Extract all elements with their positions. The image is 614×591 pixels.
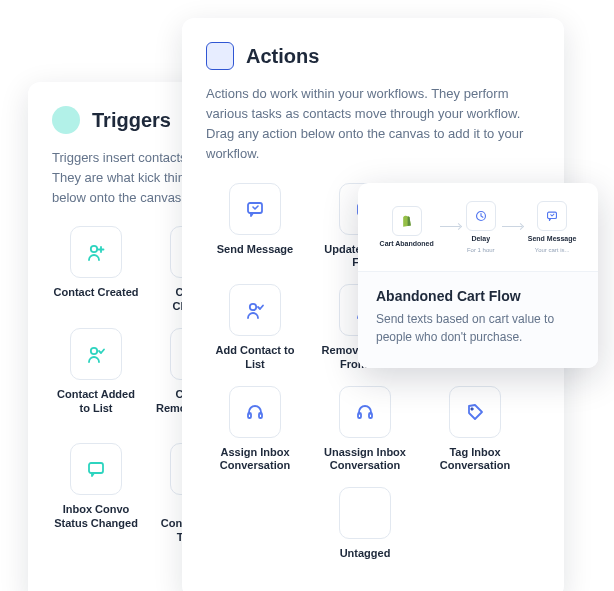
user-plus-icon <box>70 226 122 278</box>
user-check-icon <box>229 284 281 336</box>
flow-body: Abandoned Cart Flow Send texts based on … <box>358 272 598 368</box>
flow-title: Abandoned Cart Flow <box>376 288 580 304</box>
actions-item[interactable]: Send Message <box>206 183 304 271</box>
actions-item-label: Assign Inbox Conversation <box>209 446 301 474</box>
flow-node-label: Cart Abandoned <box>380 240 434 248</box>
actions-item-label: Add Contact to List <box>209 344 301 372</box>
actions-swatch-icon <box>206 42 234 70</box>
flow-node: Send MessageYour cart is... <box>528 201 577 253</box>
flow-arrow-icon <box>440 226 460 227</box>
flow-diagram: Cart AbandonedDelayFor 1 hourSend Messag… <box>358 183 598 272</box>
flow-node: Cart Abandoned <box>380 206 434 248</box>
actions-item-label: Untagged <box>340 547 391 561</box>
triggers-item-label: Inbox Convo Status Changed <box>52 503 140 531</box>
actions-item-label: Unassign Inbox Conversation <box>319 446 411 474</box>
flow-node-sublabel: Your cart is... <box>535 247 570 253</box>
blank-icon <box>339 487 391 539</box>
headset-icon <box>229 386 281 438</box>
actions-item-label: Send Message <box>217 243 293 257</box>
triggers-item-label: Contact Created <box>54 286 139 300</box>
triggers-item[interactable]: Inbox Convo Status Changed <box>52 443 140 544</box>
actions-header: Actions <box>206 42 540 70</box>
message-icon <box>70 443 122 495</box>
flow-node-label: Send Message <box>528 235 577 243</box>
flow-node-label: Delay <box>471 235 490 243</box>
triggers-item-label: Contact Added to List <box>52 388 140 416</box>
clock-icon <box>466 201 496 231</box>
actions-item[interactable]: Add Contact to List <box>206 284 304 372</box>
flow-node-sublabel: For 1 hour <box>467 247 495 253</box>
triggers-title: Triggers <box>92 109 171 132</box>
actions-item[interactable]: Assign Inbox Conversation <box>206 386 304 474</box>
flow-card[interactable]: Cart AbandonedDelayFor 1 hourSend Messag… <box>358 183 598 368</box>
send-message-icon <box>229 183 281 235</box>
user-check-icon <box>70 328 122 380</box>
actions-item[interactable]: Tag Inbox Conversation <box>426 386 524 474</box>
triggers-swatch-icon <box>52 106 80 134</box>
actions-item-label: Tag Inbox Conversation <box>429 446 521 474</box>
actions-title: Actions <box>246 45 319 68</box>
shopify-icon <box>392 206 422 236</box>
headset-icon <box>339 386 391 438</box>
actions-item[interactable]: Untagged <box>316 487 414 561</box>
actions-description: Actions do work within your workflows. T… <box>206 84 540 165</box>
triggers-item[interactable]: Contact Added to List <box>52 328 140 429</box>
send-message-icon <box>537 201 567 231</box>
flow-description: Send texts based on cart value to people… <box>376 310 580 346</box>
flow-arrow-icon <box>502 226 522 227</box>
flow-node: DelayFor 1 hour <box>466 201 496 253</box>
tag-icon <box>449 386 501 438</box>
triggers-item[interactable]: Contact Created <box>52 226 140 314</box>
actions-item[interactable]: Unassign Inbox Conversation <box>316 386 414 474</box>
